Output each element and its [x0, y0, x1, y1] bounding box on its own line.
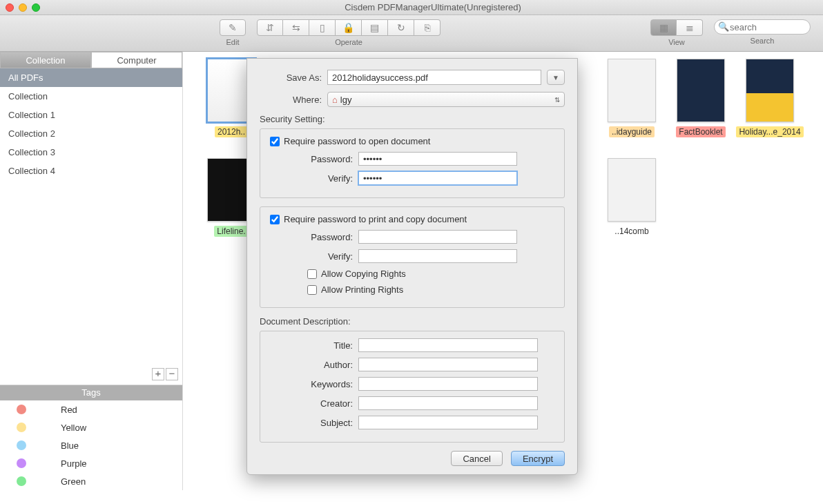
save-as-input[interactable]: [327, 70, 541, 85]
thumb-label: FactBooklet: [676, 126, 725, 137]
subject-label: Subject:: [270, 418, 353, 428]
operate-btn-5[interactable]: ▤: [362, 19, 388, 36]
security-header: Security Setting:: [260, 114, 565, 124]
author-input[interactable]: [358, 358, 538, 371]
close-window-button[interactable]: [6, 3, 14, 12]
operate-btn-6[interactable]: ↻: [388, 19, 414, 36]
thumb-label: ..idayguide: [609, 126, 655, 137]
edit-button[interactable]: ✎: [220, 19, 246, 36]
thumb-label: Lifeline.: [214, 226, 248, 237]
toolbar: ✎ Edit ⇵ ⇆ ▯ 🔒 ▤ ↻ ⎘ Operate ▦ ≣ View 🔍 …: [0, 15, 823, 52]
save-as-label: Save As:: [260, 72, 322, 83]
creator-input[interactable]: [358, 396, 538, 410]
permissions-fieldset: Require password to print and copy docum…: [260, 206, 565, 308]
where-select[interactable]: ⌂ lgy ⇅: [327, 92, 565, 107]
window-title: Cisdem PDFManagerUltimate(Unregistered): [48, 2, 817, 12]
tag-yellow[interactable]: Yellow: [0, 418, 182, 436]
open-password-fieldset: Require password to open document Passwo…: [260, 128, 565, 198]
sidebar-item-all-pdfs[interactable]: All PDFs: [0, 68, 182, 87]
zoom-window-button[interactable]: [32, 3, 40, 12]
pdf-thumb[interactable]: Holiday...e_2014: [742, 59, 797, 137]
view-label: View: [668, 38, 685, 46]
sidebar-list: All PDFs Collection Collection 1 Collect…: [0, 68, 182, 180]
perm-password-label: Password:: [270, 232, 353, 242]
perm-verify-input[interactable]: [358, 249, 517, 263]
tag-blue[interactable]: Blue: [0, 436, 182, 454]
tag-label: Purple: [61, 458, 87, 469]
history-dropdown-button[interactable]: ▼: [547, 70, 565, 85]
pdf-thumb[interactable]: FactBooklet: [673, 59, 728, 137]
sidebar-item-collection-3[interactable]: Collection 3: [0, 143, 182, 162]
sidebar-item-collection-4[interactable]: Collection 4: [0, 162, 182, 180]
view-grid-button[interactable]: ▦: [650, 19, 677, 36]
tag-label: Blue: [61, 440, 79, 451]
title-input[interactable]: [358, 338, 538, 352]
require-permission-password-checkbox[interactable]: [270, 215, 280, 224]
title-label: Title:: [270, 340, 353, 351]
tag-purple[interactable]: Purple: [0, 454, 182, 472]
open-password-label: Password:: [270, 154, 353, 164]
description-fieldset: Title: Author: Keywords: Creator: Subjec…: [260, 331, 565, 443]
pdf-thumb[interactable]: ..14comb: [604, 158, 659, 237]
keywords-input[interactable]: [358, 377, 538, 391]
open-verify-input[interactable]: [358, 171, 517, 185]
where-value: lgy: [340, 95, 352, 105]
creator-label: Creator:: [270, 398, 353, 409]
toolbar-view-group: ▦ ≣ View: [650, 19, 703, 46]
tag-label: Green: [61, 476, 86, 487]
operate-btn-4[interactable]: 🔒: [336, 19, 362, 36]
require-open-password-checkbox[interactable]: [270, 137, 280, 146]
toolbar-operate-group: ⇵ ⇆ ▯ 🔒 ▤ ↻ ⎘ Operate: [257, 19, 440, 46]
toolbar-search-group: 🔍 Search: [714, 19, 811, 45]
author-label: Author:: [270, 360, 353, 370]
keywords-label: Keywords:: [270, 379, 353, 389]
require-open-password-label: Require password to open document: [284, 136, 430, 146]
home-icon: ⌂: [332, 95, 338, 105]
operate-btn-2[interactable]: ⇆: [283, 19, 309, 36]
operate-btn-3[interactable]: ▯: [309, 19, 336, 36]
search-label: Search: [751, 37, 775, 45]
tag-green[interactable]: Green: [0, 472, 182, 490]
open-password-input[interactable]: [358, 152, 517, 166]
sidebar-item-collection[interactable]: Collection: [0, 87, 182, 106]
allow-printing-label: Allow Printing Rights: [321, 284, 403, 295]
edit-label: Edit: [226, 38, 240, 46]
tag-red[interactable]: Red: [0, 400, 182, 418]
add-collection-button[interactable]: +: [152, 368, 164, 380]
titlebar: Cisdem PDFManagerUltimate(Unregistered): [0, 0, 823, 15]
view-list-button[interactable]: ≣: [677, 19, 703, 36]
where-label: Where:: [260, 95, 322, 105]
operate-btn-7[interactable]: ⎘: [414, 19, 440, 36]
pdf-thumb[interactable]: ..idayguide: [604, 59, 659, 137]
perm-verify-label: Verify:: [270, 251, 353, 262]
subject-input[interactable]: [358, 416, 538, 429]
allow-copying-label: Allow Copying Rights: [321, 269, 406, 279]
description-header: Document Description:: [260, 316, 565, 327]
require-permission-password-label: Require password to print and copy docum…: [284, 214, 467, 224]
allow-copying-checkbox[interactable]: [307, 269, 317, 279]
sidebar-tab-computer[interactable]: Computer: [91, 52, 182, 68]
sidebar: Collection Computer All PDFs Collection …: [0, 52, 183, 490]
open-verify-label: Verify:: [270, 173, 353, 184]
toolbar-edit-group: ✎ Edit: [220, 19, 246, 46]
operate-btn-1[interactable]: ⇵: [257, 19, 283, 36]
sidebar-item-collection-1[interactable]: Collection 1: [0, 106, 182, 124]
cancel-button[interactable]: Cancel: [451, 451, 502, 466]
chevron-updown-icon: ⇅: [554, 96, 560, 104]
allow-printing-checkbox[interactable]: [307, 285, 317, 295]
sidebar-item-collection-2[interactable]: Collection 2: [0, 124, 182, 143]
window-controls: [6, 3, 40, 12]
encrypt-button[interactable]: Encrypt: [511, 451, 565, 466]
minimize-window-button[interactable]: [19, 3, 27, 12]
sidebar-tab-collection[interactable]: Collection: [0, 52, 91, 68]
search-icon: 🔍: [718, 21, 729, 32]
tags-header: Tags: [0, 385, 182, 400]
thumb-label: ..14comb: [612, 226, 651, 237]
perm-password-input[interactable]: [358, 230, 517, 244]
thumb-label: Holiday...e_2014: [736, 126, 803, 137]
thumb-label: 2012h..: [215, 126, 248, 137]
tag-label: Yellow: [61, 423, 86, 433]
remove-collection-button[interactable]: −: [166, 368, 178, 380]
operate-label: Operate: [335, 38, 362, 46]
tag-label: Red: [61, 405, 77, 415]
